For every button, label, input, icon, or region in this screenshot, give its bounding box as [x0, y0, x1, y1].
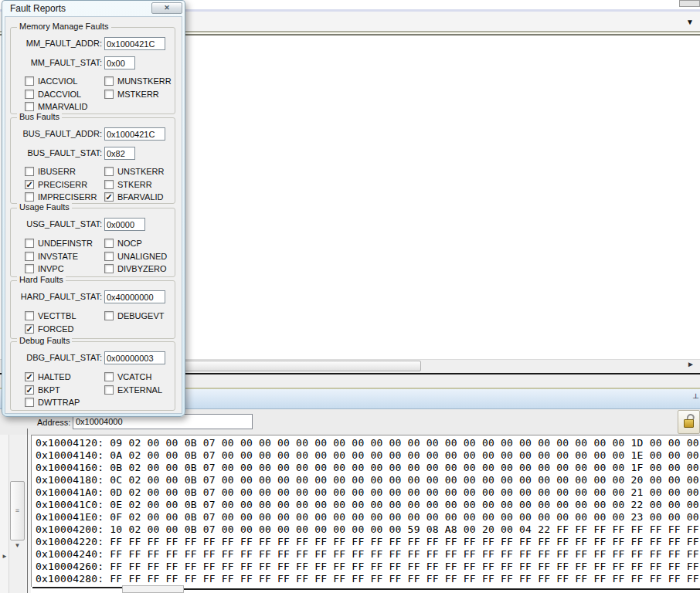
checkbox-iaccviol[interactable] [25, 76, 34, 86]
checkbox-forced[interactable]: ✓ [25, 324, 34, 334]
checkbox-undefinstr[interactable] [25, 239, 34, 248]
checkbox-mstkerr[interactable] [104, 90, 114, 99]
pin-icon[interactable]: ┴ [693, 394, 698, 402]
checkbox-divbyzero[interactable] [104, 264, 114, 273]
field-label: DBG_FAULT_STAT: [12, 353, 102, 362]
scroll-right-icon[interactable]: ► [687, 360, 695, 368]
group-title: Usage Faults [17, 202, 72, 212]
group-title: Bus Faults [17, 112, 62, 121]
checkbox-row-vecttbl: VECTTBL [25, 310, 76, 321]
memory-window[interactable]: 0x10004120: 09 02 00 00 0B 07 00 00 00 0… [31, 435, 700, 587]
checkbox-nocp[interactable] [104, 239, 114, 248]
checkbox-label: DIVBYZERO [117, 264, 167, 273]
close-button[interactable]: ✕ [151, 2, 182, 14]
field-input-usg_fault_stat[interactable] [104, 218, 145, 231]
checkbox-external[interactable] [104, 385, 114, 395]
checkbox-vecttbl[interactable] [25, 311, 34, 320]
checkbox-label: INVSTATE [38, 252, 78, 261]
checkbox-munstkerr[interactable] [104, 76, 114, 86]
checkbox-label: VECTTBL [38, 311, 76, 320]
checkbox-label: IACCVIOL [38, 76, 77, 86]
field-input-mm_fault_stat[interactable] [104, 56, 135, 69]
checkbox-label: STKERR [117, 180, 152, 189]
checkbox-row-invstate: INVSTATE [25, 251, 78, 262]
checkbox-label: IMPRECISERR [38, 192, 97, 202]
checkbox-daccviol[interactable] [25, 90, 34, 99]
checkbox-row-stkerr: STKERR [104, 179, 152, 190]
checkbox-row-forced: ✓FORCED [25, 324, 73, 334]
screen: ▼ ► ┴ Address: ≡ ▼ ► 0x10004120: 09 02 0… [0, 0, 700, 593]
editor-hscroll-thumb[interactable] [180, 361, 421, 371]
checkbox-row-iaccviol: IACCVIOL [25, 76, 77, 86]
group-usage-faults: Usage FaultsUSG_FAULT_STAT:UNDEFINSTRNOC… [10, 208, 175, 277]
checkbox-vcatch[interactable] [104, 372, 114, 381]
checkbox-row-daccviol: DACCVIOL [25, 89, 81, 100]
checkbox-label: VCATCH [117, 372, 151, 381]
vscroll-thumb[interactable]: ≡ [10, 481, 25, 540]
checkbox-halted[interactable]: ✓ [25, 372, 34, 381]
field-label: BUS_FAULT_STAT: [12, 148, 102, 158]
checkbox-row-impreciserr: IMPRECISERR [25, 191, 97, 202]
checkbox-row-invpc: INVPC [25, 263, 64, 274]
checkbox-label: UNALIGNED [117, 252, 167, 261]
checkbox-invpc[interactable] [25, 264, 34, 273]
scroll-down-icon[interactable]: ▼ [10, 542, 25, 552]
checkbox-row-bfarvalid: ✓BFARVALID [104, 191, 164, 202]
checkbox-row-nocp: NOCP [104, 238, 142, 249]
checkbox-label: UNSTKERR [117, 167, 165, 176]
lock-button[interactable] [678, 410, 700, 434]
checkbox-row-external: EXTERNAL [104, 385, 162, 395]
field-input-hard_fault_stat[interactable] [104, 290, 165, 303]
memory-row: 0x10004120: 09 02 00 00 0B 07 00 00 00 0… [36, 437, 700, 449]
scroll-right-icon-small[interactable]: ► [2, 553, 8, 560]
memory-rows: 0x10004120: 09 02 00 00 0B 07 00 00 00 0… [32, 435, 700, 585]
checkbox-label: MMARVALID [38, 102, 87, 111]
checkbox-debugevt[interactable] [104, 311, 114, 320]
checkbox-mmarvalid[interactable] [25, 102, 34, 111]
checkbox-row-mstkerr: MSTKERR [104, 89, 159, 100]
checkbox-label: INVPC [38, 264, 64, 273]
memory-row: 0x10004260: FF FF FF FF FF FF FF FF FF F… [36, 561, 700, 573]
dialog-body: Memory Manage FaultsMM_FAULT_ADDR:MM_FAU… [5, 16, 182, 414]
window-edge-button[interactable] [679, 0, 700, 7]
left-gutter: ≡ ▼ ► [0, 435, 31, 593]
fault-reports-dialog[interactable]: Fault Reports ✕ Memory Manage FaultsMM_F… [2, 0, 185, 417]
memory-row: 0x10004220: FF FF FF FF FF FF FF FF FF F… [36, 536, 700, 548]
checkbox-unstkerr[interactable] [104, 167, 114, 176]
vertical-scrollbar[interactable]: ≡ ▼ ► [8, 435, 25, 593]
memory-row: 0x10004140: 0A 02 00 00 0B 07 00 00 00 0… [36, 449, 700, 462]
checkbox-label: BFARVALID [117, 192, 164, 202]
field-input-mm_fault_addr[interactable] [104, 37, 165, 50]
checkbox-invstate[interactable] [25, 252, 34, 261]
chevron-down-icon[interactable]: ▼ [686, 18, 694, 26]
checkbox-dwttrap[interactable] [25, 398, 34, 407]
field-input-bus_fault_stat[interactable] [104, 147, 135, 160]
checkbox-impreciserr[interactable] [25, 192, 34, 202]
checkbox-row-undefinstr: UNDEFINSTR [25, 238, 93, 249]
field-input-dbg_fault_stat[interactable] [104, 351, 165, 364]
window-edge-line [27, 429, 28, 593]
checkbox-label: NOCP [117, 239, 142, 248]
close-icon: ✕ [164, 4, 170, 12]
checkbox-row-ibuserr: IBUSERR [25, 166, 76, 177]
dialog-title: Fault Reports [10, 3, 66, 14]
bottom-hscroll-thumb[interactable] [122, 585, 184, 593]
checkbox-stkerr[interactable] [104, 180, 114, 189]
checkbox-preciserr[interactable]: ✓ [25, 180, 34, 189]
checkbox-label: IBUSERR [38, 167, 76, 176]
checkbox-ibuserr[interactable] [25, 167, 34, 176]
field-input-bus_fault_addr[interactable] [104, 127, 165, 141]
checkbox-row-unaligned: UNALIGNED [104, 251, 167, 262]
field-label: USG_FAULT_STAT: [12, 219, 102, 229]
checkbox-label: DEBUGEVT [117, 311, 165, 320]
checkbox-bfarvalid[interactable]: ✓ [104, 192, 114, 202]
checkbox-row-divbyzero: DIVBYZERO [104, 263, 167, 274]
checkbox-unaligned[interactable] [104, 252, 114, 261]
checkbox-row-bkpt: ✓BKPT [25, 385, 60, 395]
checkbox-label: BKPT [38, 385, 60, 395]
memory-row: 0x10004200: 10 02 00 00 0B 07 00 00 00 0… [36, 524, 700, 536]
memory-row: 0x10004240: FF FF FF FF FF FF FF FF FF F… [36, 548, 700, 561]
checkbox-row-halted: ✓HALTED [25, 371, 71, 382]
checkbox-row-mmarvalid: MMARVALID [25, 101, 87, 112]
checkbox-bkpt[interactable]: ✓ [25, 385, 34, 395]
